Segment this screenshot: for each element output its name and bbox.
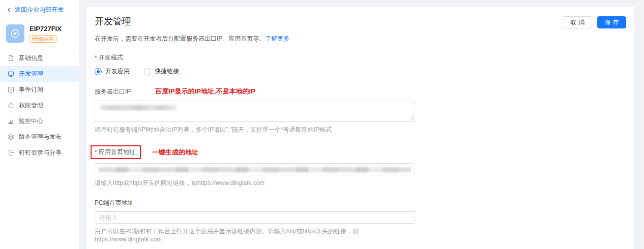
page-subtitle: 在开发前，需要在开发者后台配置服务器出口IP、应用首页等。了解更多	[95, 35, 626, 43]
event-check-icon	[7, 86, 14, 94]
app-home-input[interactable]	[95, 163, 415, 175]
app-home-help: 请输入http或https开头的网址链接，如https://www.dingta…	[95, 179, 415, 188]
radio-label: 开发应用	[105, 67, 130, 76]
dev-mode-label: * 开发模式	[95, 53, 123, 62]
redacted-ip-value	[100, 105, 177, 110]
sidebar-item-label: 监控中心	[19, 117, 43, 126]
monitor-icon	[7, 71, 14, 78]
sidebar-item-version-release[interactable]: 版本管理与发布	[0, 129, 79, 145]
app-home-red-annotation: 一键生成的地址	[152, 148, 198, 157]
server-ip-textarea[interactable]	[95, 101, 415, 122]
field-app-home: * 应用首页地址 一键生成的地址 请输入http或https开头的网址链接，如h…	[95, 145, 415, 188]
required-mark: *	[95, 54, 97, 61]
app-logo-icon	[6, 24, 24, 43]
header-actions: 取 消 保 存	[563, 15, 626, 28]
dev-settings-form: * 开发模式 开发应用 快捷链接 服务器出口IP 百度IP显示的IP地址,不是本…	[95, 53, 415, 249]
sidebar-item-label: 基础信息	[19, 54, 43, 63]
cancel-button[interactable]: 取 消	[563, 16, 592, 28]
radio-selected-icon	[95, 68, 102, 75]
page-title: 开发管理	[95, 15, 131, 28]
field-dev-mode: * 开发模式 开发应用 快捷链接	[95, 53, 415, 76]
back-link-label: 返回企业内部开发	[15, 6, 64, 14]
login-share-icon	[7, 149, 14, 157]
sidebar: 返回企业内部开发 EIP727FIX H5微应用 基础信息 开发管理	[0, 0, 79, 249]
sidebar-item-event-subscription[interactable]: 事件订阅	[0, 82, 79, 98]
redacted-url-value	[99, 167, 411, 172]
sidebar-item-monitoring-center[interactable]: 监控中心	[0, 113, 79, 129]
required-mark: *	[95, 149, 97, 156]
app-meta: EIP727FIX H5微应用	[30, 24, 62, 43]
chevron-left-icon	[7, 7, 12, 14]
sidebar-item-dev-management[interactable]: 开发管理	[0, 66, 79, 82]
app-type-badge: H5微应用	[30, 35, 56, 43]
pc-home-help: 用户可以在PC版钉钉工作台上打开这个应用并显示该链接内容。请输入http或htt…	[95, 227, 415, 243]
pc-home-label: PC端首页地址	[95, 199, 134, 207]
server-ip-label: 服务器出口IP	[95, 87, 131, 96]
radio-unselected-icon	[144, 68, 151, 75]
app-home-label: * 应用首页地址	[95, 148, 135, 157]
learn-more-link[interactable]: 了解更多	[265, 35, 289, 42]
radio-label: 快捷链接	[155, 67, 179, 76]
radio-dev-app[interactable]: 开发应用	[95, 67, 130, 76]
pc-home-inputbox	[95, 211, 415, 224]
server-ip-red-annotation: 百度IP显示的IP地址,不是本地的IP	[155, 87, 255, 96]
resize-handle-icon[interactable]	[409, 116, 414, 120]
file-icon	[7, 55, 14, 62]
field-server-ip: 服务器出口IP 百度IP显示的IP地址,不是本地的IP 调用钉钉服务端API时的…	[95, 87, 415, 134]
sidebar-nav: 基础信息 开发管理 事件订阅 权限管理 监控中心	[0, 49, 79, 161]
app-name: EIP727FIX	[30, 25, 62, 33]
sidebar-item-dingtalk-login-share[interactable]: 钉钉登录与分享	[0, 145, 79, 161]
radio-quick-link[interactable]: 快捷链接	[144, 67, 179, 76]
bar-chart-icon	[7, 118, 14, 125]
layers-icon	[7, 134, 14, 141]
sidebar-item-basic-info[interactable]: 基础信息	[0, 50, 79, 66]
sidebar-item-label: 事件订阅	[19, 85, 43, 94]
pc-home-input[interactable]	[99, 214, 411, 221]
save-button[interactable]: 保 存	[597, 16, 626, 28]
back-to-internal-dev-link[interactable]: 返回企业内部开发	[0, 0, 79, 19]
dev-management-panel: 开发管理 取 消 保 存 在开发前，需要在开发者后台配置服务器出口IP、应用首页…	[86, 7, 634, 249]
sidebar-item-label: 开发管理	[19, 70, 43, 78]
lock-icon	[7, 102, 14, 109]
field-pc-home: PC端首页地址 用户可以在PC版钉钉工作台上打开这个应用并显示该链接内容。请输入…	[95, 199, 415, 243]
sidebar-item-label: 权限管理	[19, 101, 43, 110]
red-highlight-box: * 应用首页地址	[91, 145, 141, 159]
server-ip-help: 调用钉钉服务端API时的合法IP列表，多个IP请以","隔开，支持带一个*号通配…	[95, 126, 415, 134]
sidebar-item-permission-management[interactable]: 权限管理	[0, 98, 79, 113]
sidebar-item-label: 钉钉登录与分享	[19, 148, 62, 157]
subtitle-text: 在开发前，需要在开发者后台配置服务器出口IP、应用首页等。	[95, 35, 265, 42]
app-header: EIP727FIX H5微应用	[0, 19, 79, 49]
sidebar-item-label: 版本管理与发布	[19, 133, 62, 141]
